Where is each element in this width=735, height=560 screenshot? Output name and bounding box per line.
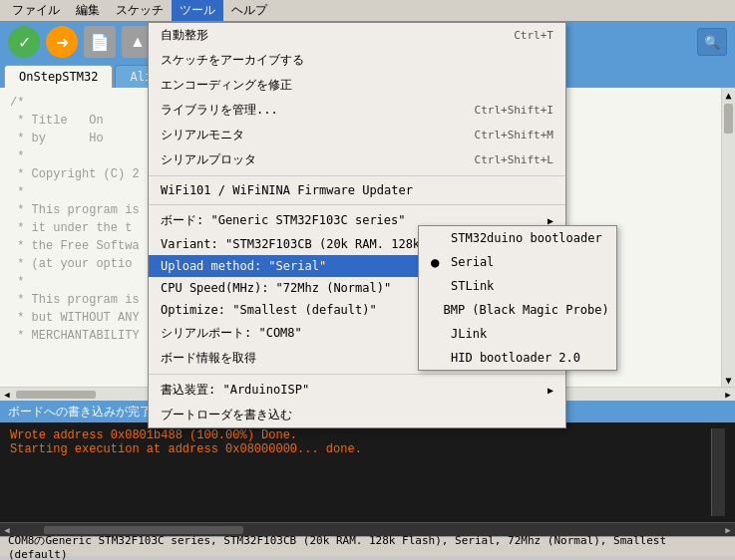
check-jlink: [431, 326, 447, 342]
console-line-1: Wrote address 0x0801b488 (100.00%) Done.: [10, 428, 711, 442]
hscroll-left-btn[interactable]: ◀: [0, 390, 14, 400]
scroll-down-btn[interactable]: ▼: [722, 373, 735, 387]
sub-jlink[interactable]: JLink: [419, 322, 616, 346]
shortcut-auto-format: Ctrl+T: [474, 29, 553, 42]
separator-2: [149, 204, 565, 205]
check-stlink: [431, 278, 447, 294]
check-stm32duino: [431, 230, 447, 246]
new-button[interactable]: 📄: [84, 26, 116, 58]
console-text: Wrote address 0x0801b488 (100.00%) Done.…: [10, 428, 711, 516]
menu-edit[interactable]: 編集: [68, 0, 108, 21]
check-bmp: [431, 302, 439, 318]
separator-3: [149, 374, 565, 375]
menu-serial-monitor[interactable]: シリアルモニタ Ctrl+Shift+M: [149, 123, 565, 147]
status-text: COM8のGeneric STM32F103C series, STM32F10…: [8, 533, 727, 561]
shortcut-serial-monitor: Ctrl+Shift+M: [435, 129, 553, 141]
menu-archive[interactable]: スケッチをアーカイブする: [149, 48, 565, 73]
hscroll-right-btn[interactable]: ▶: [721, 390, 735, 400]
check-serial: ●: [431, 254, 447, 270]
menu-auto-format[interactable]: 自動整形 Ctrl+T: [149, 23, 565, 48]
menu-file[interactable]: ファイル: [4, 0, 68, 21]
shortcut-serial-plotter: Ctrl+Shift+L: [435, 153, 553, 166]
separator-1: [149, 175, 565, 176]
sub-stm32duino[interactable]: STM32duino bootloader: [419, 226, 616, 250]
sub-hid[interactable]: HID bootloader 2.0: [419, 346, 616, 370]
status-bar: COM8のGeneric STM32F103C series, STM32F10…: [0, 536, 735, 556]
console-scrollbar[interactable]: [711, 428, 725, 516]
menu-bar: ファイル 編集 スケッチ ツール ヘルプ: [0, 0, 735, 22]
menu-help[interactable]: ヘルプ: [223, 0, 275, 21]
upload-method-submenu: STM32duino bootloader ● Serial STLink BM…: [418, 225, 617, 371]
scroll-thumb[interactable]: [724, 104, 733, 134]
menu-manage-libs[interactable]: ライブラリを管理... Ctrl+Shift+I: [149, 98, 565, 123]
menu-tools[interactable]: ツール: [172, 0, 223, 21]
menu-sketch[interactable]: スケッチ: [108, 0, 172, 21]
menu-wifi-firmware[interactable]: WiFi101 / WiFiNINA Firmware Updater: [149, 179, 565, 201]
editor-scrollbar[interactable]: ▲ ▼: [721, 88, 735, 387]
scroll-up-btn[interactable]: ▲: [722, 88, 735, 102]
tab-onstepstm32[interactable]: OnStepSTM32: [4, 65, 113, 88]
upload-button[interactable]: ➜: [46, 26, 78, 58]
shortcut-manage-libs: Ctrl+Shift+I: [435, 104, 553, 117]
menu-fix-encoding[interactable]: エンコーディングを修正: [149, 73, 565, 98]
console-line-3: Starting execution at address 0x08000000…: [10, 442, 711, 456]
search-button[interactable]: 🔍: [697, 28, 727, 56]
check-hid: [431, 350, 447, 366]
sub-bmp[interactable]: BMP (Black Magic Probe): [419, 298, 616, 322]
arrow-programmer: ▶: [548, 385, 553, 396]
hscroll-track: [16, 391, 96, 399]
sub-serial[interactable]: ● Serial: [419, 250, 616, 274]
menu-serial-plotter[interactable]: シリアルプロッタ Ctrl+Shift+L: [149, 147, 565, 172]
verify-button[interactable]: ✓: [8, 26, 40, 58]
menu-burn-bootloader[interactable]: ブートローダを書き込む: [149, 403, 565, 427]
console-body: Wrote address 0x0801b488 (100.00%) Done.…: [0, 422, 735, 522]
menu-programmer[interactable]: 書込装置: "ArduinoISP" ▶: [149, 378, 565, 403]
sub-stlink[interactable]: STLink: [419, 274, 616, 298]
